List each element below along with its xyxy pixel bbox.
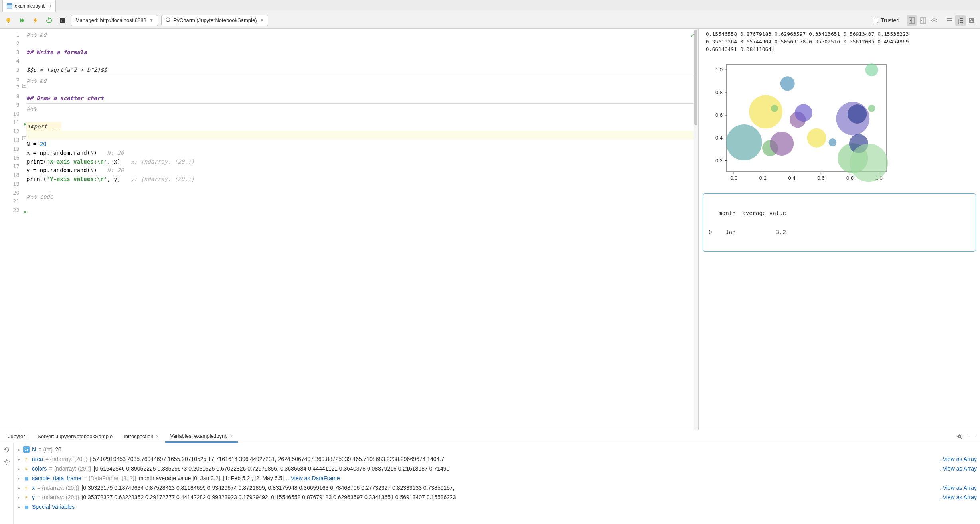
- list-numbered-icon[interactable]: 123: [955, 15, 966, 26]
- server-dropdown[interactable]: Managed: http://localhost:8888 ▼: [71, 15, 158, 26]
- svg-marker-7: [48, 17, 50, 20]
- view-as-link[interactable]: ...View as Array: [935, 465, 977, 472]
- svg-point-68: [850, 144, 888, 182]
- code-line[interactable]: N = 20: [26, 140, 694, 148]
- doc-icon[interactable]: D: [57, 15, 68, 26]
- file-tab-bar: example.ipynb ×: [0, 0, 980, 12]
- code-line[interactable]: #%% md: [26, 30, 694, 39]
- close-icon[interactable]: ×: [48, 3, 51, 9]
- tab-introspection[interactable]: Introspection ×: [119, 430, 164, 443]
- df-row: 0 Jan 3.2: [709, 229, 970, 235]
- close-icon[interactable]: ×: [156, 433, 159, 439]
- svg-point-2: [6, 18, 10, 22]
- scroll-thumb[interactable]: [694, 30, 697, 125]
- restart-icon[interactable]: [44, 15, 54, 26]
- variable-row[interactable]: ▸▦sample_data_frame = {DataFrame: (3, 2)…: [17, 473, 977, 483]
- var-type-icon: ≡: [23, 485, 30, 491]
- editor-scrollbar[interactable]: [694, 29, 698, 430]
- file-tab[interactable]: example.ipynb ×: [2, 0, 56, 12]
- var-type-icon: ▦: [23, 504, 30, 510]
- var-type: = {int}: [38, 446, 53, 453]
- code-line[interactable]: #%% md: [26, 76, 694, 85]
- tab-server[interactable]: Server: JupyterNotebookSample: [33, 430, 117, 443]
- svg-point-59: [780, 76, 795, 91]
- trusted-checkbox-input[interactable]: [873, 18, 878, 23]
- svg-point-62: [807, 128, 826, 148]
- variable-row[interactable]: ▸≡colors = {ndarray: (20,)} [0.61642546 …: [17, 464, 977, 473]
- svg-point-81: [6, 461, 8, 463]
- line-number: 11▶: [0, 118, 20, 127]
- df-header: month average value: [709, 210, 970, 216]
- svg-text:3: 3: [958, 22, 959, 24]
- expand-icon[interactable]: ▸: [17, 486, 21, 490]
- code-line[interactable]: [26, 131, 694, 140]
- code-line[interactable]: ## Write a formula: [26, 48, 694, 57]
- code-line[interactable]: #%% code: [26, 192, 694, 201]
- settings-icon[interactable]: [2, 457, 11, 466]
- code-line[interactable]: print('X-axis values:\n', x) x: {ndarray…: [26, 157, 694, 166]
- code-line[interactable]: print('Y-axis values:\n', y) y: {ndarray…: [26, 175, 694, 183]
- var-type-icon: ▦: [23, 475, 30, 481]
- minimize-icon[interactable]: —: [967, 430, 977, 443]
- expand-icon[interactable]: ▸: [17, 447, 21, 452]
- code-line[interactable]: y = np.random.rand(N) N: 20: [26, 166, 694, 175]
- layout-split-icon[interactable]: [907, 15, 917, 26]
- line-number: 6: [0, 74, 20, 83]
- bottom-side-toolbar: [0, 443, 14, 524]
- view-as-link[interactable]: ...View as Array: [935, 485, 977, 491]
- variable-row[interactable]: ▸▦Special Variables: [17, 502, 977, 512]
- bottom-panel: Jupyter: Server: JupyterNotebookSample I…: [0, 430, 980, 524]
- code-line[interactable]: ## Draw a scatter chart: [26, 94, 694, 102]
- svg-point-70: [865, 63, 878, 76]
- tab-variables[interactable]: Variables: example.ipynb ×: [165, 430, 238, 443]
- trusted-checkbox[interactable]: Trusted: [873, 17, 899, 24]
- kernel-dropdown[interactable]: PyCharm (JupyterNotebookSample) ▼: [161, 15, 269, 26]
- image-icon[interactable]: [966, 15, 977, 26]
- code-line[interactable]: [26, 57, 694, 65]
- variables-list: ▸01N = {int} 20▸≡area = {ndarray: (20,)}…: [14, 443, 980, 524]
- close-icon[interactable]: ×: [230, 433, 233, 439]
- code-line[interactable]: #%%: [26, 104, 694, 113]
- view-as-link[interactable]: ...View as Array: [935, 456, 977, 462]
- list-icon[interactable]: [944, 15, 954, 26]
- variable-row[interactable]: ▸≡y = {ndarray: (20,)} [0.35372327 0.632…: [17, 492, 977, 502]
- code-editor[interactable]: 1234567891011▶12131516171819202122▶ +– ✓…: [0, 29, 698, 430]
- var-value: [ 52.02919453 2035.76944697 1655.2071052…: [90, 456, 444, 462]
- line-number: 9: [0, 100, 20, 109]
- expand-icon[interactable]: ▸: [17, 505, 21, 509]
- expand-icon[interactable]: ▸: [17, 457, 21, 461]
- gear-icon[interactable]: [954, 430, 965, 443]
- preview-icon[interactable]: [929, 15, 939, 26]
- view-as-link[interactable]: ...View as DataFrame: [286, 475, 340, 481]
- code-line[interactable]: [26, 113, 694, 122]
- chevron-down-icon: ▼: [150, 18, 154, 22]
- var-type: = {ndarray: (20,)}: [37, 494, 79, 500]
- code-line[interactable]: import ...: [26, 122, 694, 131]
- refresh-icon[interactable]: [2, 445, 11, 454]
- expand-icon[interactable]: ▸: [17, 467, 21, 471]
- svg-point-63: [828, 138, 836, 146]
- svg-point-71: [958, 435, 961, 438]
- svg-line-79: [961, 435, 962, 435]
- svg-marker-6: [34, 17, 38, 24]
- code-line[interactable]: x = np.random.rand(N) N: 20: [26, 148, 694, 157]
- code-line[interactable]: [26, 183, 694, 192]
- svg-text:0.4: 0.4: [788, 175, 796, 181]
- variable-row[interactable]: ▸01N = {int} 20: [17, 445, 977, 454]
- line-number: 2: [0, 39, 20, 48]
- variable-row[interactable]: ▸≡x = {ndarray: (20,)} [0.30326179 0.187…: [17, 483, 977, 492]
- var-type-icon: ≡: [23, 494, 30, 500]
- var-name: x: [32, 485, 35, 491]
- code-line[interactable]: [26, 39, 694, 48]
- expand-icon[interactable]: ▸: [17, 476, 21, 481]
- run-all-icon[interactable]: [17, 15, 27, 26]
- layout-right-icon[interactable]: [918, 15, 928, 26]
- variable-row[interactable]: ▸≡area = {ndarray: (20,)} [ 52.02919453 …: [17, 454, 977, 464]
- bulb-icon[interactable]: [3, 15, 14, 26]
- code-line[interactable]: [26, 85, 694, 94]
- svg-text:0.6: 0.6: [817, 175, 824, 181]
- lightning-icon[interactable]: [30, 15, 41, 26]
- view-as-link[interactable]: ...View as Array: [935, 494, 977, 500]
- code-line[interactable]: $$c = \sqrt(a^2 + b^2)$$: [26, 65, 694, 74]
- expand-icon[interactable]: ▸: [17, 495, 21, 500]
